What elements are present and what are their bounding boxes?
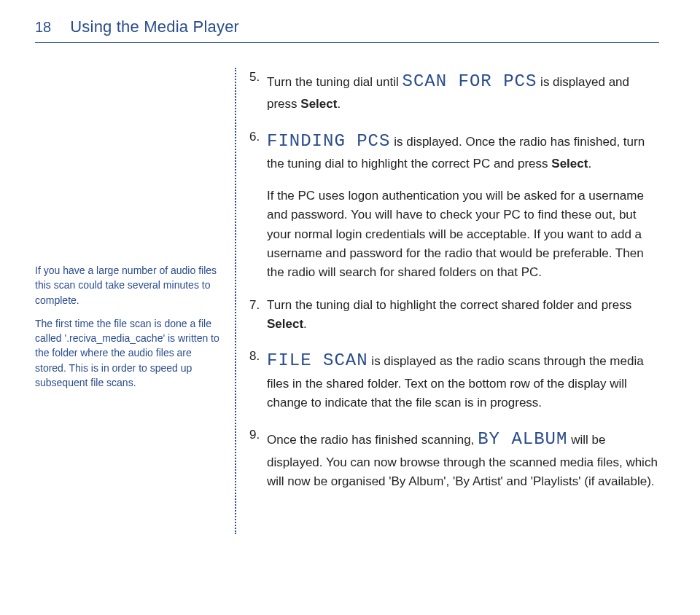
step-5: 5. Turn the tuning dial until SCAN FOR P… (249, 68, 659, 114)
lcd-finding-pcs: FINDING PCS (267, 131, 390, 151)
sidebar-notes: If you have a large number of audio file… (35, 68, 232, 534)
text: . (303, 317, 307, 331)
text: . (588, 157, 591, 171)
step-number: 6. (249, 128, 267, 174)
page-number: 18 (35, 19, 51, 36)
select-label: Select (267, 317, 303, 331)
page-title: Using the Media Player (70, 17, 239, 36)
lcd-by-album: BY ALBUM (478, 429, 567, 449)
text: Turn the tuning dial to highlight the co… (267, 298, 631, 312)
text: . (337, 97, 341, 111)
page: 18 Using the Media Player If you have a … (0, 0, 700, 615)
main-steps: 5. Turn the tuning dial until SCAN FOR P… (249, 68, 659, 534)
select-label: Select (300, 97, 337, 111)
text: Once the radio has finished scanning, (267, 433, 478, 447)
step-number: 7. (249, 296, 267, 334)
lcd-scan-for-pcs: SCAN FOR PCS (402, 71, 537, 91)
step-7: 7. Turn the tuning dial to highlight the… (249, 296, 659, 334)
header-rule (35, 42, 659, 43)
step-8: 8. FILE SCAN is displayed as the radio s… (249, 347, 659, 412)
step-body: FINDING PCS is displayed. Once the radio… (267, 128, 659, 174)
step-body: FILE SCAN is displayed as the radio scan… (267, 347, 659, 412)
page-header: 18 Using the Media Player (35, 17, 659, 36)
step-number: 5. (249, 68, 267, 114)
step-body: Turn the tuning dial to highlight the co… (267, 296, 659, 334)
step-body: Once the radio has finished scanning, BY… (267, 426, 659, 491)
column-divider (235, 68, 236, 534)
step-number: 9. (249, 426, 267, 491)
step-9: 9. Once the radio has finished scanning,… (249, 426, 659, 491)
text: Turn the tuning dial until (267, 75, 402, 89)
sidebar-note-1: If you have a large number of audio file… (35, 263, 222, 308)
step-6-note: If the PC uses logon authentication you … (249, 187, 659, 283)
content-columns: If you have a large number of audio file… (35, 68, 659, 534)
sidebar-note-2: The first time the file scan is done a f… (35, 316, 222, 390)
text: If the PC uses logon authentication you … (267, 187, 659, 283)
step-6: 6. FINDING PCS is displayed. Once the ra… (249, 128, 659, 174)
step-body: Turn the tuning dial until SCAN FOR PCS … (267, 68, 659, 114)
step-number: 8. (249, 347, 267, 412)
select-label: Select (551, 157, 588, 171)
lcd-file-scan: FILE SCAN (267, 350, 368, 370)
